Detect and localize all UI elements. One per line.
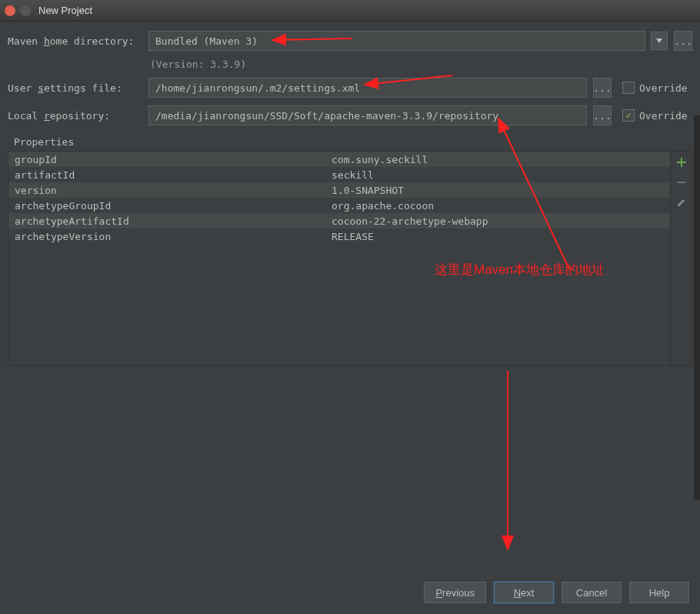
user-settings-input[interactable]: /home/jianrongsun/.m2/settings.xml <box>148 78 587 98</box>
local-repo-override-label: Override <box>639 110 688 122</box>
titlebar: New Project <box>0 0 700 22</box>
local-repo-value: /media/jianrongsun/SSD/Soft/apache-maven… <box>155 110 498 122</box>
properties-section: Properties groupId com.suny.seckill arti… <box>8 133 692 366</box>
next-button[interactable]: Next <box>494 582 554 603</box>
prop-key: artifactId <box>8 169 332 181</box>
prop-value: 1.0-SNAPSHOT <box>332 185 670 196</box>
prop-value: cocoon-22-archetype-webapp <box>332 215 670 227</box>
table-row[interactable]: version 1.0-SNAPSHOT <box>8 182 670 198</box>
prop-key: groupId <box>8 154 332 165</box>
minimize-window-button[interactable] <box>20 5 31 16</box>
background-strip <box>694 115 700 500</box>
user-settings-override-wrap: Override <box>622 82 688 94</box>
help-button[interactable]: Help <box>629 582 689 603</box>
properties-table: groupId com.suny.seckill artifactId seck… <box>8 152 670 365</box>
maven-version-text: (Version: 3.3.9) <box>150 58 692 70</box>
local-repo-override-wrap: Override <box>622 109 688 122</box>
svg-marker-0 <box>656 38 662 43</box>
user-settings-browse-button[interactable]: ... <box>593 78 612 98</box>
table-row[interactable]: groupId com.suny.seckill <box>8 152 670 167</box>
local-repo-override-checkbox[interactable] <box>622 109 635 122</box>
prop-value: seckill <box>332 169 670 181</box>
remove-property-button[interactable] <box>675 176 688 189</box>
add-property-button[interactable] <box>675 156 688 169</box>
properties-empty-area <box>8 244 670 365</box>
previous-button[interactable]: Previous <box>424 582 486 603</box>
maven-home-dropdown-arrow[interactable] <box>651 32 668 50</box>
prop-key: archetypeVersion <box>8 231 332 242</box>
dialog-content: Maven home directory: Bundled (Maven 3) … <box>0 22 700 366</box>
dialog-button-bar: Previous Next Cancel Help <box>424 582 689 603</box>
maven-home-browse-button[interactable]: ... <box>674 31 692 51</box>
prop-value: RELEASE <box>332 231 670 242</box>
user-settings-value: /home/jianrongsun/.m2/settings.xml <box>155 82 360 94</box>
user-settings-row: User settings file: /home/jianrongsun/.m… <box>8 78 692 98</box>
annotation-arrow-4 <box>498 369 517 554</box>
properties-body: groupId com.suny.seckill artifactId seck… <box>8 151 692 366</box>
table-row[interactable]: archetypeGroupId org.apache.cocoon <box>8 198 670 213</box>
prop-key: archetypeGroupId <box>8 200 332 212</box>
user-settings-override-checkbox[interactable] <box>622 82 635 94</box>
maven-home-row: Maven home directory: Bundled (Maven 3) … <box>8 31 692 51</box>
close-window-button[interactable] <box>5 5 15 16</box>
prop-key: archetypeArtifactId <box>8 215 332 227</box>
edit-property-button[interactable] <box>675 196 688 209</box>
local-repo-row: Local repository: /media/jianrongsun/SSD… <box>8 105 692 125</box>
local-repo-input[interactable]: /media/jianrongsun/SSD/Soft/apache-maven… <box>148 105 587 125</box>
user-settings-label: User settings file: <box>8 82 142 94</box>
window-controls <box>5 5 31 16</box>
user-settings-override-label: Override <box>639 82 688 94</box>
maven-home-value: Bundled (Maven 3) <box>155 35 258 47</box>
properties-toolbar <box>670 152 692 365</box>
local-repo-browse-button[interactable]: ... <box>593 105 612 125</box>
maven-home-combo[interactable]: Bundled (Maven 3) <box>148 31 645 51</box>
prop-key: version <box>8 185 332 196</box>
prop-value: com.suny.seckill <box>332 154 670 165</box>
local-repo-label: Local repository: <box>8 110 142 122</box>
table-row[interactable]: archetypeVersion RELEASE <box>8 229 670 244</box>
table-row[interactable]: artifactId seckill <box>8 167 670 182</box>
maven-home-label: Maven home directory: <box>8 35 142 47</box>
window-title: New Project <box>38 5 92 16</box>
table-row[interactable]: archetypeArtifactId cocoon-22-archetype-… <box>8 213 670 229</box>
properties-header: Properties <box>8 133 692 151</box>
cancel-button[interactable]: Cancel <box>562 582 622 603</box>
prop-value: org.apache.cocoon <box>332 200 670 212</box>
